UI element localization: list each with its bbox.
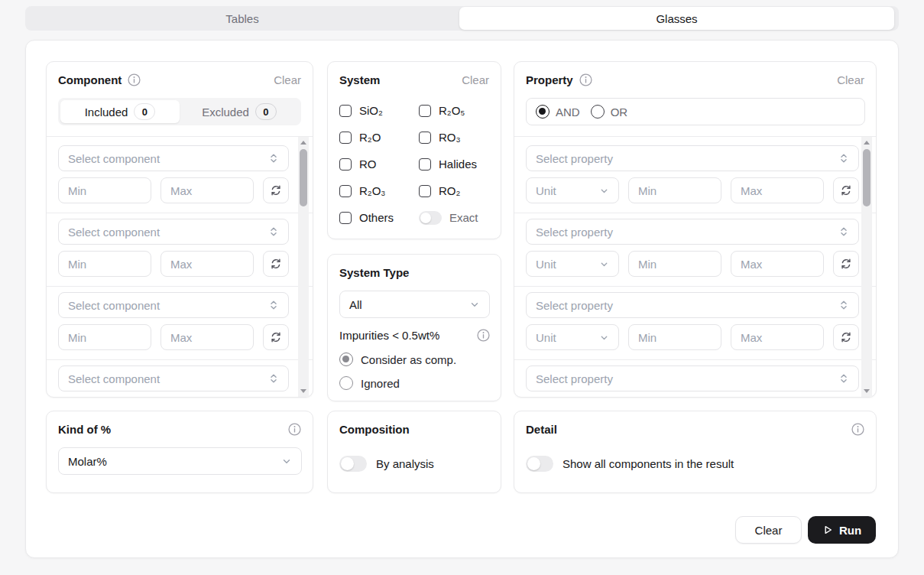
property-row: Select property Unit [526, 292, 859, 350]
checkbox-label: R₂O₅ [439, 104, 465, 117]
checkbox-others[interactable]: RO₂ [419, 184, 501, 197]
kind-of-percent-select[interactable]: Molar% [58, 447, 302, 475]
radio-and[interactable] [536, 105, 550, 119]
scroll-up-arrow-icon[interactable] [864, 141, 870, 145]
run-button[interactable]: Run [808, 516, 876, 544]
unit-select[interactable]: Unit [526, 177, 619, 203]
radio-button [339, 376, 353, 390]
unit-select[interactable]: Unit [526, 324, 619, 350]
component-select[interactable]: Select component [58, 145, 289, 171]
property-select[interactable]: Select property [526, 292, 859, 318]
component-reset-button[interactable] [263, 324, 289, 350]
checkbox-sio2[interactable]: SiO₂ [339, 104, 419, 117]
checkbox-ro2[interactable]: Others [339, 211, 419, 224]
checkbox-label: RO₂ [439, 184, 460, 197]
excluded-tab-label: Excluded [202, 106, 249, 119]
exact-toggle-row: Exact [419, 211, 501, 225]
row-divider [47, 286, 313, 287]
checkbox-label: Halides [439, 158, 477, 171]
component-clear-button[interactable]: Clear [274, 73, 301, 86]
refresh-icon [270, 331, 282, 343]
info-icon[interactable] [288, 423, 301, 436]
property-scrollbar[interactable] [861, 137, 872, 397]
checkbox-label: SiO₂ [359, 104, 383, 117]
included-tab[interactable]: Included 0 [60, 100, 180, 123]
property-reset-button[interactable] [833, 251, 859, 277]
component-reset-button[interactable] [263, 177, 289, 203]
exact-toggle[interactable] [419, 211, 442, 225]
component-scrollbar-thumb[interactable] [300, 149, 307, 206]
radio-consider-as-comp[interactable]: Consider as comp. [339, 349, 501, 369]
component-select-placeholder: Select component [68, 372, 160, 385]
property-min-input[interactable] [628, 177, 721, 203]
component-scrollbar[interactable] [298, 137, 309, 397]
kind-of-percent-selected-value: Molar% [68, 455, 107, 468]
scroll-down-arrow-icon[interactable] [300, 389, 306, 393]
clear-all-button[interactable]: Clear [735, 516, 802, 544]
property-select-placeholder: Select property [536, 299, 613, 312]
by-analysis-toggle[interactable] [339, 456, 367, 472]
property-max-input[interactable] [731, 251, 824, 277]
toggle-knob [341, 457, 354, 470]
show-all-components-toggle[interactable] [526, 456, 553, 472]
scroll-up-arrow-icon[interactable] [300, 141, 306, 145]
checkbox-ro3[interactable]: RO₃ [419, 131, 501, 144]
unit-select[interactable]: Unit [526, 251, 619, 277]
property-select[interactable]: Select property [526, 145, 859, 171]
property-min-input[interactable] [628, 251, 721, 277]
component-min-input[interactable] [58, 324, 151, 350]
property-max-input[interactable] [731, 324, 824, 350]
component-max-input[interactable] [160, 324, 254, 350]
component-min-input[interactable] [58, 251, 151, 277]
or-label: OR [611, 106, 628, 119]
tab-tables[interactable]: Tables [25, 6, 459, 31]
refresh-icon [840, 184, 852, 197]
property-scrollbar-thumb[interactable] [863, 149, 871, 206]
radio-or[interactable] [591, 105, 605, 119]
property-select[interactable]: Select property [526, 219, 859, 245]
chevron-updown-icon [268, 153, 279, 164]
checkbox-r2o5[interactable]: R₂O₅ [419, 104, 501, 117]
system-checkbox-grid: SiO₂ R₂O₅ R₂O RO₃ RO Halides R₂O₃ RO₂ [339, 97, 501, 231]
checkbox-r2o[interactable]: R₂O [339, 131, 419, 144]
checkbox-box [339, 158, 352, 171]
checkbox-halides[interactable]: Halides [419, 158, 501, 171]
property-row: Select property Unit [526, 219, 859, 277]
info-icon[interactable] [851, 423, 864, 436]
property-reset-button[interactable] [833, 177, 859, 203]
checkbox-r2o3[interactable]: R₂O₃ [339, 184, 419, 197]
property-max-input[interactable] [731, 177, 824, 203]
system-type-select[interactable]: All [339, 291, 490, 318]
chevron-updown-icon [268, 373, 279, 384]
component-min-input[interactable] [58, 177, 151, 203]
checkbox-ro[interactable]: RO [339, 158, 419, 171]
impurities-row: Impurities < 0.5wt% [339, 329, 490, 342]
clear-all-button-label: Clear [755, 524, 783, 537]
tab-glasses[interactable]: Glasses [459, 7, 894, 30]
composition-panel: Composition By analysis [327, 411, 501, 493]
radio-ignored[interactable]: Ignored [339, 373, 501, 393]
info-icon[interactable] [579, 73, 592, 86]
property-min-input[interactable] [628, 324, 721, 350]
kind-of-percent-title: Kind of % [58, 423, 111, 436]
component-max-input[interactable] [160, 251, 254, 277]
property-select[interactable]: Select property [526, 365, 859, 391]
scroll-down-arrow-icon[interactable] [864, 389, 870, 393]
component-select[interactable]: Select component [58, 219, 289, 245]
included-tab-label: Included [85, 106, 128, 119]
info-icon[interactable] [477, 329, 490, 342]
component-select-placeholder: Select component [68, 299, 160, 312]
info-icon[interactable] [128, 73, 141, 86]
property-row: Select property Unit [526, 145, 859, 203]
component-reset-button[interactable] [263, 251, 289, 277]
row-divider [514, 359, 876, 360]
component-select[interactable]: Select component [58, 365, 289, 391]
component-row: Select component [58, 292, 289, 350]
checkbox-box [339, 105, 352, 117]
component-max-input[interactable] [160, 177, 254, 203]
component-select[interactable]: Select component [58, 292, 289, 318]
property-clear-button[interactable]: Clear [837, 73, 864, 86]
property-reset-button[interactable] [833, 324, 859, 350]
system-clear-button[interactable]: Clear [462, 73, 489, 86]
excluded-tab[interactable]: Excluded 0 [180, 100, 299, 123]
